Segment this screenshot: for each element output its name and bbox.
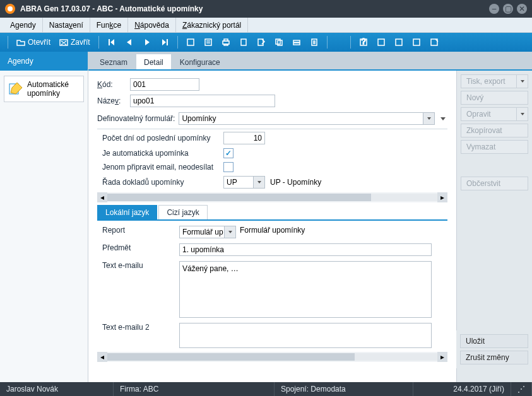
open-button[interactable]: Otevřít <box>13 35 54 49</box>
minimize-button[interactable]: – <box>489 4 499 14</box>
close-label: Zavřít <box>71 38 90 47</box>
menu-portal[interactable]: Zákaznický portál <box>176 18 248 32</box>
nav-next-button[interactable] <box>139 35 155 49</box>
opravit-button[interactable]: Opravit <box>461 107 528 121</box>
tisk-export-button[interactable]: Tisk, export <box>461 74 528 88</box>
scroll-right2-icon[interactable]: ▸ <box>437 352 447 362</box>
scroll-left-icon[interactable]: ◂ <box>97 192 107 202</box>
text2-textarea[interactable] <box>179 323 432 348</box>
jen-checkbox[interactable] <box>223 162 233 172</box>
menu-napoveda[interactable]: Nápověda <box>128 18 176 32</box>
tab-detail[interactable]: Detail <box>136 54 171 69</box>
maximize-button[interactable]: ▢ <box>503 4 513 14</box>
rada-value: UP <box>227 178 237 187</box>
opravit-split[interactable] <box>516 108 528 120</box>
menu-funkce[interactable]: Funkce <box>90 18 128 32</box>
status-bar: Jaroslav Novák Firma: ABC Spojení: Demod… <box>0 382 532 396</box>
page-icon <box>239 38 248 47</box>
nav-last-button[interactable] <box>157 35 172 49</box>
tab-seznam[interactable]: Seznam <box>92 54 135 69</box>
status-firma: Firma: ABC <box>114 382 275 396</box>
doc-icon <box>186 38 195 47</box>
scroll-left2-icon[interactable]: ◂ <box>97 352 107 362</box>
help3-icon <box>394 38 403 47</box>
tisk-export-split[interactable] <box>516 75 528 88</box>
tb-btn-1[interactable] <box>183 35 198 49</box>
defform-dropdown-button[interactable] <box>423 113 434 124</box>
stack-icon <box>292 38 301 47</box>
vymazat-button[interactable]: Vymazat <box>461 140 528 154</box>
dni-label: Počet dní od poslední upomínky <box>97 134 223 143</box>
novy-button[interactable]: Nový <box>461 91 528 105</box>
report-dropdown-button[interactable] <box>224 226 235 238</box>
obcerstvit-button[interactable]: Občerstvit <box>461 177 528 190</box>
predmet-input[interactable] <box>179 243 432 256</box>
menu-nastaveni[interactable]: Nastavení <box>43 18 90 32</box>
rada-combo[interactable]: UP <box>223 176 265 189</box>
predmet-label: Předmět <box>97 243 179 252</box>
help2-icon <box>377 38 386 47</box>
tb-btn-7[interactable] <box>289 35 304 49</box>
tb-btn-2[interactable] <box>201 35 216 49</box>
rada-dropdown-button[interactable] <box>253 177 264 188</box>
status-spojeni: Spojení: Demodata <box>275 382 413 396</box>
tb-help-3[interactable] <box>391 35 406 49</box>
nazev-input[interactable] <box>130 95 275 107</box>
status-resize-grip-icon: ⋰ <box>511 382 532 396</box>
app-logo-icon <box>5 4 15 14</box>
sidebar-item-auto-upominky[interactable]: Automatické upomínky <box>4 76 84 102</box>
sidebar-item-label: Automatické upomínky <box>27 80 80 98</box>
open-label: Otevřít <box>28 38 50 47</box>
report-combo[interactable]: Formulář up <box>179 226 236 238</box>
close-button[interactable]: ✕ <box>517 4 527 14</box>
print-icon <box>222 38 230 47</box>
defform-value: Upomínky <box>182 114 423 123</box>
hscroll-top[interactable]: ◂ ▸ <box>97 192 447 202</box>
kod-label: Kód: <box>97 80 130 89</box>
title-bar: ABRA Gen 17.03.07 - ABC - Automatické up… <box>0 0 532 18</box>
hscroll-bottom[interactable]: ◂ ▸ <box>97 352 447 362</box>
nav-first-button[interactable] <box>104 35 119 49</box>
zrusit-button[interactable]: Zrušit změny <box>460 351 528 364</box>
zkopirovat-button[interactable]: Zkopírovat <box>461 124 528 137</box>
nav-prev-button[interactable] <box>122 35 137 49</box>
tb-edit-button[interactable] <box>254 35 269 49</box>
text1-label: Text e-mailu <box>97 261 179 270</box>
dni-input[interactable] <box>223 132 265 144</box>
tb-help-4[interactable] <box>409 35 424 49</box>
text1-textarea[interactable] <box>179 261 432 318</box>
kod-input[interactable] <box>130 78 199 91</box>
subtab-cizi[interactable]: Cizí jazyk <box>158 205 207 219</box>
nazev-label: Název: <box>97 96 130 105</box>
tb-help-1[interactable]: ? <box>356 35 371 49</box>
svg-rect-4 <box>224 44 228 45</box>
svg-rect-0 <box>187 39 194 45</box>
status-user: Jaroslav Novák <box>0 382 114 396</box>
menu-agendy[interactable]: Agendy <box>4 18 43 32</box>
tb-help-2[interactable] <box>374 35 389 49</box>
tb-btn-4[interactable] <box>236 35 251 49</box>
tb-copy-button[interactable] <box>271 35 287 49</box>
scroll-right-icon[interactable]: ▸ <box>437 192 447 202</box>
main-tabs: Seznam Detail Konfigurace <box>88 52 456 71</box>
nav-first-icon <box>107 38 116 47</box>
defform-combo[interactable]: Upomínky <box>179 112 435 125</box>
edit-icon <box>257 38 266 47</box>
tab-konfigurace[interactable]: Konfigurace <box>172 54 228 69</box>
svg-rect-15 <box>396 39 402 45</box>
tb-help-5[interactable] <box>427 35 442 49</box>
tb-btn-8[interactable] <box>307 35 322 49</box>
sidebar-header: Agendy <box>0 52 88 71</box>
close-agenda-button[interactable]: Zavřít <box>56 35 93 49</box>
tb-print-button[interactable] <box>218 35 233 49</box>
auto-checkbox[interactable] <box>223 148 233 158</box>
subtab-lokalni[interactable]: Lokální jazyk <box>97 205 157 219</box>
notepad-pencil-icon <box>8 80 23 98</box>
main-panel: Seznam Detail Konfigurace Kód: Název: De… <box>88 52 532 382</box>
rada-desc: UP - Upomínky <box>270 178 321 187</box>
copy-icon <box>275 38 283 47</box>
detail-form: Kód: Název: Definovatelný formulář: Upom… <box>88 71 456 382</box>
ulozit-button[interactable]: Uložit <box>460 334 528 348</box>
defform-extra-dropdown[interactable] <box>439 114 447 123</box>
svg-rect-5 <box>241 39 246 45</box>
